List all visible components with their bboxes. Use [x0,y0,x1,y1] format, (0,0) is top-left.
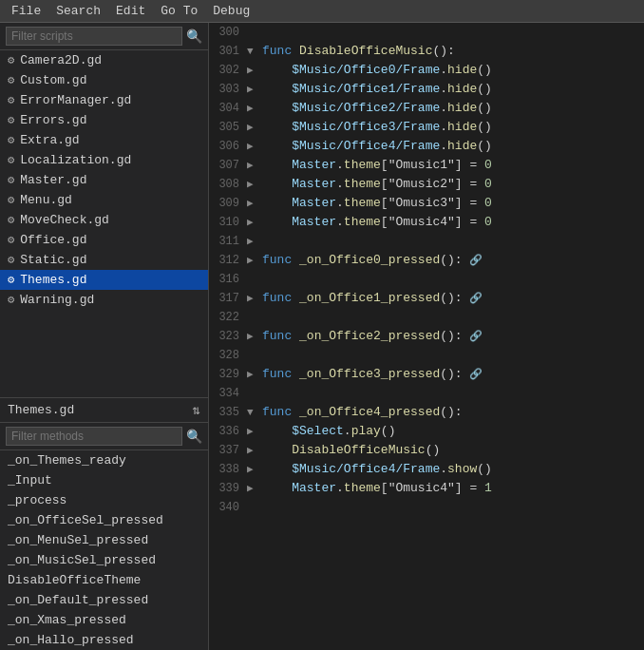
script-icon: ⚙ [8,73,14,87]
code-content: $Music/Office4/Frame.show() [262,460,644,479]
line-number: 338 [209,460,247,479]
menu-file[interactable]: File [4,2,48,20]
filter-scripts-search-icon[interactable]: 🔍 [186,29,202,45]
method-item[interactable]: _on_OfficeSel_pressed [0,510,208,530]
script-item[interactable]: ⚙Extra.gd [0,130,208,150]
line-number: 337 [209,441,247,460]
code-line: 301▼func DisableOfficeMusic(): [209,42,644,61]
code-content: func DisableOfficeMusic(): [262,42,644,61]
code-content [262,232,644,251]
script-icon: ⚙ [8,93,14,107]
method-item[interactable]: DisableOfficeTheme [0,570,208,590]
code-content: Master.theme["Omusic4"] = 0 [262,213,644,232]
code-content: func _on_Office1_pressed(): 🔗 [262,289,644,308]
code-content: $Music/Office3/Frame.hide() [262,118,644,137]
script-item[interactable]: ⚙Errors.gd [0,110,208,130]
code-content: Master.theme["Omusic1"] = 0 [262,156,644,175]
fold-arrow[interactable]: ▶ [247,61,262,80]
method-item[interactable]: _on_Default_pressed [0,590,208,610]
filter-methods-input[interactable] [6,427,182,446]
sort-icon[interactable]: ⇅ [193,402,200,418]
code-area[interactable]: 300 301▼func DisableOfficeMusic():302▶ $… [209,23,644,650]
script-item[interactable]: ⚙Warning.gd [0,290,208,310]
script-label: Localization.gd [20,153,131,167]
script-icon: ⚙ [8,173,14,187]
fold-arrow[interactable]: ▶ [247,99,262,118]
code-line: 300 [209,23,644,42]
method-item[interactable]: _on_Xmas_pressed [0,610,208,630]
script-label: Errors.gd [20,113,86,127]
fold-arrow[interactable]: ▶ [247,365,262,384]
filter-methods-bar: 🔍 [0,423,208,450]
menu-edit[interactable]: Edit [108,2,153,20]
script-item[interactable]: ⚙Custom.gd [0,70,208,90]
method-item[interactable]: _Input [0,470,208,490]
fold-arrow[interactable]: ▶ [247,156,262,175]
script-label: Menu.gd [20,193,72,207]
fold-arrow[interactable]: ▶ [247,441,262,460]
line-number: 328 [209,346,247,365]
line-number: 312 [209,251,247,270]
fold-arrow[interactable]: ▶ [247,213,262,232]
script-icon: ⚙ [8,213,14,227]
fold-arrow[interactable]: ▶ [247,137,262,156]
code-content: Master.theme["Omusic3"] = 0 [262,194,644,213]
method-item[interactable]: _on_Themes_ready [0,450,208,470]
code-line: 316 [209,270,644,289]
script-icon: ⚙ [8,233,14,247]
fold-arrow[interactable]: ▼ [247,42,262,61]
fold-arrow[interactable]: ▶ [247,251,262,270]
fold-arrow[interactable]: ▶ [247,289,262,308]
methods-list: _on_Themes_ready_Input_process_on_Office… [0,450,208,650]
filter-scripts-input[interactable] [6,27,182,46]
method-item[interactable]: _on_MenuSel_pressed [0,530,208,550]
code-line: 339▶ Master.theme["Omusic4"] = 1 [209,479,644,498]
line-number: 335 [209,403,247,422]
script-icon: ⚙ [8,193,14,207]
line-number: 303 [209,80,247,99]
code-content: $Music/Office0/Frame.hide() [262,61,644,80]
fold-arrow[interactable]: ▼ [247,403,262,422]
current-script-bar: Themes.gd ⇅ [0,398,208,423]
code-line: 308▶ Master.theme["Omusic2"] = 0 [209,175,644,194]
code-content: $Music/Office2/Frame.hide() [262,99,644,118]
code-line: 328 [209,346,644,365]
menu-goto[interactable]: Go To [153,2,205,20]
script-item[interactable]: ⚙Localization.gd [0,150,208,170]
filter-methods-search-icon[interactable]: 🔍 [186,429,202,445]
script-item[interactable]: ⚙MoveCheck.gd [0,210,208,230]
fold-arrow[interactable]: ▶ [247,175,262,194]
method-item[interactable]: _on_Hallo_pressed [0,630,208,650]
line-number: 339 [209,479,247,498]
menu-search[interactable]: Search [48,2,108,20]
menu-debug[interactable]: Debug [205,2,257,20]
code-line: 302▶ $Music/Office0/Frame.hide() [209,61,644,80]
line-number: 317 [209,289,247,308]
method-item[interactable]: _on_MusicSel_pressed [0,550,208,570]
fold-arrow[interactable]: ▶ [247,194,262,213]
fold-arrow[interactable]: ▶ [247,327,262,346]
code-content [262,23,644,42]
method-item[interactable]: _process [0,490,208,510]
fold-arrow[interactable]: ▶ [247,80,262,99]
fold-arrow[interactable]: ▶ [247,232,262,251]
script-item[interactable]: ⚙Static.gd [0,250,208,270]
script-item[interactable]: ⚙Master.gd [0,170,208,190]
code-line: 340 [209,498,644,517]
filter-scripts-bar: 🔍 [0,23,208,50]
code-line: 310▶ Master.theme["Omusic4"] = 0 [209,213,644,232]
script-item[interactable]: ⚙Menu.gd [0,190,208,210]
fold-arrow[interactable]: ▶ [247,479,262,498]
script-item[interactable]: ⚙Camera2D.gd [0,50,208,70]
script-item[interactable]: ⚙Themes.gd [0,270,208,290]
fold-arrow[interactable]: ▶ [247,118,262,137]
code-line: 336▶ $Select.play() [209,422,644,441]
code-content [262,498,644,517]
line-number: 310 [209,213,247,232]
code-content: $Music/Office4/Frame.hide() [262,137,644,156]
fold-arrow[interactable]: ▶ [247,460,262,479]
script-item[interactable]: ⚙ErrorManager.gd [0,90,208,110]
code-line: 307▶ Master.theme["Omusic1"] = 0 [209,156,644,175]
fold-arrow[interactable]: ▶ [247,422,262,441]
script-item[interactable]: ⚙Office.gd [0,230,208,250]
